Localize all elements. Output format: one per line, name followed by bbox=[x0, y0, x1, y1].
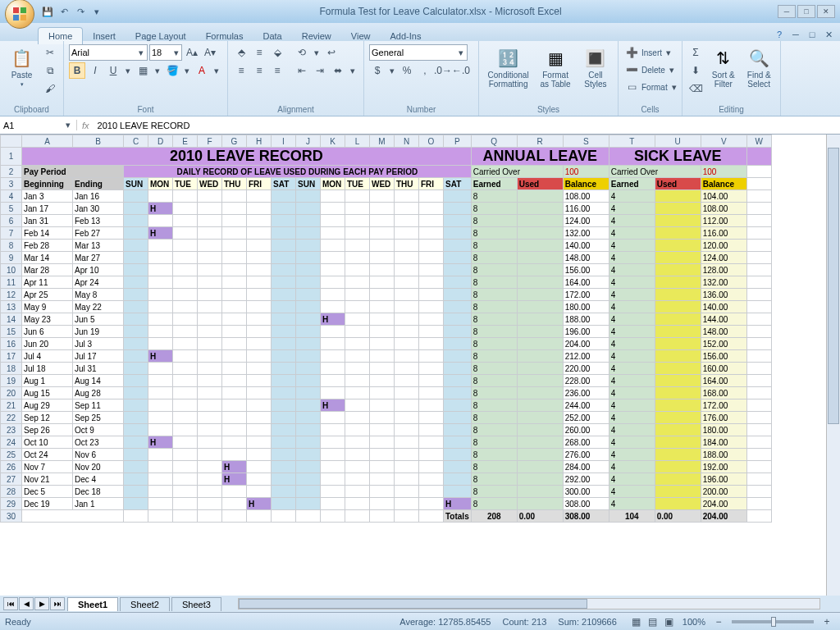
day-cell[interactable] bbox=[247, 313, 272, 326]
day-cell[interactable] bbox=[173, 326, 198, 338]
sick-earned[interactable]: 4 bbox=[609, 190, 655, 203]
day-cell[interactable] bbox=[345, 486, 370, 498]
day-cell[interactable] bbox=[272, 399, 296, 412]
day-cell[interactable] bbox=[272, 289, 296, 301]
day-cell[interactable] bbox=[395, 375, 419, 387]
sick-balance[interactable]: 200.00 bbox=[701, 486, 746, 498]
ending-header[interactable]: Ending bbox=[73, 178, 124, 190]
day-cell[interactable] bbox=[124, 412, 148, 424]
day-cell[interactable] bbox=[198, 461, 222, 473]
day-cell[interactable] bbox=[173, 276, 198, 289]
annual-used[interactable] bbox=[517, 363, 563, 375]
minimize-button[interactable]: ─ bbox=[778, 5, 796, 18]
sick-earned[interactable]: 4 bbox=[609, 326, 655, 338]
day-cell[interactable] bbox=[370, 486, 395, 498]
day-cell[interactable] bbox=[321, 387, 345, 399]
day-cell[interactable] bbox=[321, 486, 345, 498]
day-cell[interactable] bbox=[148, 498, 173, 510]
cell[interactable]: May 8 bbox=[73, 289, 124, 301]
cell[interactable]: Jan 1 bbox=[73, 498, 124, 510]
day-header[interactable]: MON bbox=[148, 178, 173, 190]
sick-balance[interactable]: 168.00 bbox=[701, 387, 746, 399]
cell[interactable]: Jun 5 bbox=[73, 313, 124, 326]
day-cell[interactable] bbox=[345, 449, 370, 461]
day-cell[interactable] bbox=[296, 276, 321, 289]
annual-earned[interactable]: 8 bbox=[471, 387, 517, 399]
sick-balance[interactable]: 188.00 bbox=[701, 449, 746, 461]
annual-balance[interactable]: 116.00 bbox=[563, 203, 609, 215]
currency-icon[interactable]: $ bbox=[369, 62, 386, 79]
sick-earned[interactable]: 4 bbox=[609, 240, 655, 252]
day-cell[interactable] bbox=[296, 498, 321, 510]
day-cell[interactable] bbox=[321, 338, 345, 350]
annual-used[interactable] bbox=[517, 424, 563, 436]
day-cell[interactable] bbox=[222, 412, 247, 424]
day-cell[interactable] bbox=[247, 338, 272, 350]
day-cell[interactable] bbox=[296, 301, 321, 313]
day-cell[interactable] bbox=[444, 252, 472, 264]
annual-earned[interactable]: 8 bbox=[471, 326, 517, 338]
day-cell[interactable] bbox=[419, 424, 444, 436]
day-cell[interactable] bbox=[124, 289, 148, 301]
annual-balance[interactable]: 140.00 bbox=[563, 240, 609, 252]
cell[interactable]: Oct 23 bbox=[73, 436, 124, 449]
align-bottom-icon[interactable]: ⬙ bbox=[269, 44, 285, 61]
day-cell[interactable] bbox=[321, 363, 345, 375]
annual-balance[interactable]: 308.00 bbox=[563, 498, 609, 510]
day-cell[interactable]: H bbox=[148, 203, 173, 215]
sick-used[interactable] bbox=[655, 436, 701, 449]
day-cell[interactable] bbox=[444, 301, 472, 313]
day-header[interactable]: MON bbox=[321, 178, 345, 190]
day-cell[interactable] bbox=[198, 424, 222, 436]
day-cell[interactable] bbox=[173, 399, 198, 412]
align-left-icon[interactable]: ≡ bbox=[233, 62, 249, 79]
col-header-L[interactable]: L bbox=[345, 135, 370, 148]
day-cell[interactable] bbox=[444, 424, 472, 436]
day-cell[interactable] bbox=[296, 338, 321, 350]
day-cell[interactable] bbox=[370, 387, 395, 399]
day-cell[interactable] bbox=[370, 313, 395, 326]
sick-used[interactable] bbox=[655, 375, 701, 387]
annual-balance[interactable]: 252.00 bbox=[563, 412, 609, 424]
day-cell[interactable]: H bbox=[148, 436, 173, 449]
annual-balance[interactable]: 164.00 bbox=[563, 276, 609, 289]
day-cell[interactable] bbox=[198, 326, 222, 338]
day-header[interactable]: FRI bbox=[247, 178, 272, 190]
day-cell[interactable] bbox=[395, 313, 419, 326]
day-cell[interactable] bbox=[321, 264, 345, 276]
annual-earned[interactable]: 8 bbox=[471, 498, 517, 510]
day-cell[interactable] bbox=[370, 252, 395, 264]
day-cell[interactable] bbox=[296, 363, 321, 375]
cell[interactable]: Mar 27 bbox=[73, 252, 124, 264]
sick-used[interactable] bbox=[655, 301, 701, 313]
day-cell[interactable] bbox=[345, 264, 370, 276]
day-cell[interactable] bbox=[124, 276, 148, 289]
align-center-icon[interactable]: ≡ bbox=[251, 62, 267, 79]
sick-carried-value[interactable]: 100 bbox=[701, 166, 746, 178]
decrease-decimal-icon[interactable]: ←.0 bbox=[453, 62, 469, 79]
day-cell[interactable] bbox=[321, 240, 345, 252]
vertical-scrollbar[interactable] bbox=[826, 135, 840, 596]
sick-earned[interactable]: 4 bbox=[609, 363, 655, 375]
day-cell[interactable] bbox=[148, 313, 173, 326]
day-cell[interactable] bbox=[321, 424, 345, 436]
day-cell[interactable] bbox=[148, 240, 173, 252]
day-cell[interactable] bbox=[148, 424, 173, 436]
day-cell[interactable] bbox=[272, 276, 296, 289]
day-cell[interactable] bbox=[173, 313, 198, 326]
fx-icon[interactable]: fx bbox=[77, 121, 94, 130]
day-cell[interactable]: H bbox=[321, 313, 345, 326]
annual-balance-header[interactable]: Balance bbox=[563, 178, 609, 190]
day-cell[interactable] bbox=[395, 203, 419, 215]
annual-balance[interactable]: 260.00 bbox=[563, 424, 609, 436]
annual-used[interactable] bbox=[517, 264, 563, 276]
align-top-icon[interactable]: ⬘ bbox=[233, 44, 249, 61]
day-cell[interactable] bbox=[124, 252, 148, 264]
cell[interactable]: Jul 3 bbox=[73, 338, 124, 350]
cell[interactable]: Feb 28 bbox=[22, 240, 73, 252]
day-cell[interactable] bbox=[222, 387, 247, 399]
day-cell[interactable] bbox=[124, 240, 148, 252]
day-cell[interactable]: H bbox=[148, 350, 173, 363]
day-cell[interactable] bbox=[198, 227, 222, 240]
day-cell[interactable] bbox=[345, 190, 370, 203]
